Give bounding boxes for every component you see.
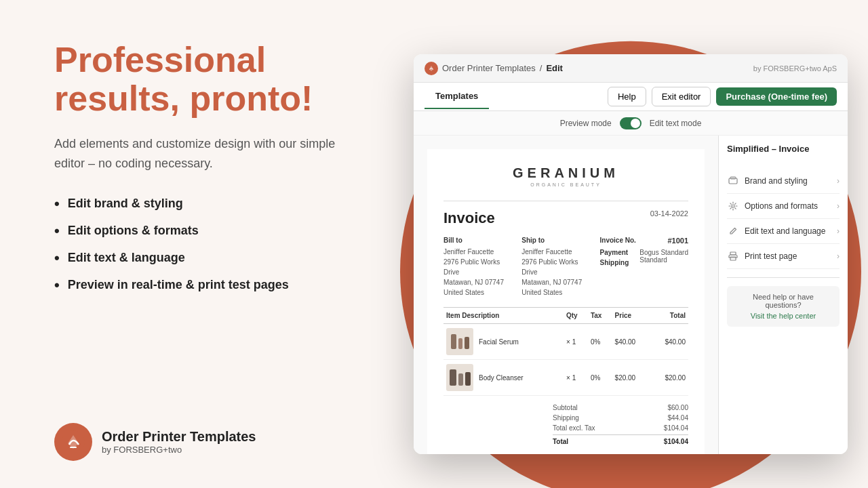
invoice-brand-sub: ORGANIC BEAUTY (443, 182, 688, 187)
left-panel: Professional results, pronto! Add elemen… (0, 0, 393, 488)
gear-icon (727, 200, 739, 212)
exit-editor-button[interactable]: Exit editor (652, 87, 711, 106)
bullet-list: Edit brand & styling Edit options & form… (54, 195, 353, 294)
edit-text-mode-label: Edit text mode (650, 119, 702, 128)
app-main: GERANIUM ORGANIC BEAUTY Invoice 03-14-20… (414, 136, 848, 454)
chevron-right-icon-2: › (837, 201, 840, 211)
sidebar-item-brand[interactable]: Brand and styling › (727, 169, 840, 194)
sidebar-divider (727, 277, 840, 278)
hero-title: Professional results, pronto! (54, 41, 353, 118)
sidebar-item-options[interactable]: Options and formats › (727, 194, 840, 219)
bullet-item-3: Edit text & language (54, 249, 353, 267)
product-image-2 (446, 364, 473, 391)
invoice-brand: GERANIUM ORGANIC BEAUTY (443, 165, 688, 187)
invoice-address-row: Bill to Jeniffer Faucette 2976 Public Wo… (443, 237, 688, 298)
options-formats-label: Options and formats (745, 201, 818, 211)
print-test-label: Print test page (745, 251, 797, 261)
mode-bar: Preview mode Edit text mode (414, 111, 848, 136)
app-window: Order Printer Templates / Edit by FORSBE… (414, 54, 848, 454)
total-row: Total $104.04 (553, 434, 688, 447)
sidebar-item-text[interactable]: Edit text and language › (727, 219, 840, 244)
palette-icon (727, 175, 739, 187)
breadcrumb-app: Order Printer Templates (442, 63, 536, 73)
sidebar-item-print[interactable]: Print test page › (727, 244, 840, 269)
shipping-row: Shipping $44.04 (553, 413, 688, 423)
chevron-right-icon-3: › (837, 226, 840, 236)
app-topbar: Order Printer Templates / Edit by FORSBE… (414, 54, 848, 83)
chevron-right-icon: › (837, 176, 840, 186)
app-navbar: Templates Help Exit editor Purchase (One… (414, 83, 848, 111)
brand-text-block: Order Printer Templates by FORSBERG+two (102, 429, 256, 455)
total-excl-row: Total excl. Tax $104.04 (553, 423, 688, 433)
invoice-title: Invoice (443, 209, 495, 227)
sidebar-title: Simplified – Invoice (727, 144, 840, 159)
table-row: Facial Serum × 1 0% $40.00 $40.00 (443, 324, 688, 360)
sidebar-help-box: Need help or have questions? Visit the h… (727, 286, 840, 327)
right-sidebar: Simplified – Invoice Brand and styling (719, 136, 848, 454)
help-button[interactable]: Help (608, 87, 646, 106)
preview-mode-label: Preview mode (560, 119, 612, 128)
invoice-date: 03-14-2022 (650, 209, 688, 218)
col-qty: Qty (564, 308, 588, 324)
product-image-1 (446, 328, 473, 355)
bill-to-country: United States (443, 287, 516, 298)
col-tax: Tax (588, 308, 612, 324)
preview-area: GERANIUM ORGANIC BEAUTY Invoice 03-14-20… (414, 136, 719, 454)
col-item: Item Description (443, 308, 564, 324)
svg-rect-5 (730, 252, 736, 255)
ship-to-block: Ship to Jeniffer Faucette 2976 Public Wo… (521, 237, 594, 298)
svg-point-4 (732, 205, 734, 207)
breadcrumb: Order Printer Templates / Edit (425, 62, 563, 75)
table-row: Body Cleanser × 1 0% $20.00 $20.00 (443, 360, 688, 396)
purchase-button[interactable]: Purchase (One-time fee) (716, 87, 837, 106)
invoice-document: GERANIUM ORGANIC BEAUTY Invoice 03-14-20… (427, 149, 705, 454)
help-link[interactable]: Visit the help center (734, 312, 833, 320)
subtotal-row: Subtotal $60.00 (553, 403, 688, 413)
brand-logo-icon (54, 423, 92, 461)
nav-buttons: Help Exit editor Purchase (One-time fee) (608, 87, 837, 106)
bill-to-block: Bill to Jeniffer Faucette 2976 Public Wo… (443, 237, 516, 298)
printer-icon (727, 250, 739, 262)
col-total: Total (650, 308, 688, 324)
invoice-brand-name: GERANIUM (443, 165, 688, 181)
chevron-right-icon-4: › (837, 251, 840, 261)
tab-templates[interactable]: Templates (425, 84, 489, 109)
breadcrumb-page: Edit (546, 63, 563, 73)
subtitle: Add elements and customize design with o… (54, 134, 353, 174)
bill-to-name: Jeniffer Faucette (443, 247, 516, 257)
pencil-icon (727, 225, 739, 237)
bullet-item-2: Edit options & formats (54, 222, 353, 240)
help-text: Need help or have questions? (753, 293, 814, 309)
app-icon (425, 62, 438, 75)
invoice-totals: Subtotal $60.00 Shipping $44.04 Total ex… (443, 403, 688, 447)
nav-tabs: Templates (425, 84, 489, 109)
invoice-header-row: Invoice 03-14-2022 (443, 201, 688, 227)
right-panel: Order Printer Templates / Edit by FORSBE… (393, 0, 868, 488)
bullet-item-1: Edit brand & styling (54, 195, 353, 213)
bill-to-city: Matawan, NJ 07747 (443, 277, 516, 287)
bullet-item-4: Preview in real-time & print test pages (54, 277, 353, 294)
bill-to-addr: 2976 Public Works Drive (443, 257, 516, 277)
brand-name: Order Printer Templates (102, 429, 256, 445)
breadcrumb-sep: / (540, 63, 542, 73)
brand-styling-label: Brand and styling (745, 176, 808, 186)
invoice-table: Item Description Qty Tax Price Total (443, 307, 688, 396)
by-label: by FORSBERG+two ApS (753, 64, 837, 73)
preview-toggle[interactable] (620, 117, 642, 129)
brand-sub: by FORSBERG+two (102, 445, 256, 455)
col-price: Price (612, 308, 650, 324)
invoice-no-block: Invoice No. #1001 Payment Shipping (600, 237, 689, 298)
edit-text-label: Edit text and language (745, 226, 825, 236)
brand-footer: Order Printer Templates by FORSBERG+two (54, 423, 353, 461)
